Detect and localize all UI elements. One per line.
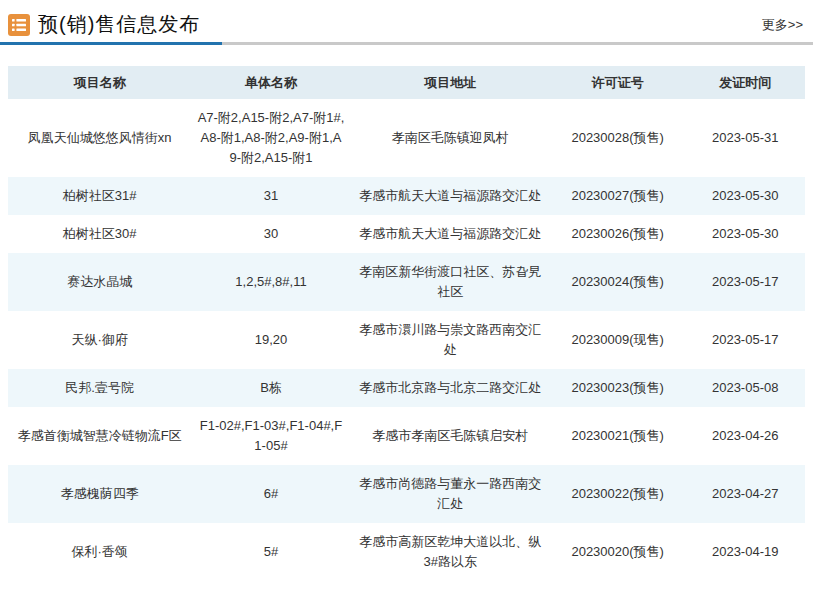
address-cell: 孝感市孝南区毛陈镇启安村 bbox=[351, 407, 550, 465]
table-row[interactable]: 柏树社区30#30孝感市航天大道与福源路交汇处20230026(预售)2023-… bbox=[8, 215, 805, 253]
address-cell: 孝南区新华街渡口社区、苏旮旯社区 bbox=[351, 253, 550, 311]
issue-date-cell: 2023-05-31 bbox=[685, 99, 805, 177]
address-cell: 孝感市北京路与北京二路交汇处 bbox=[351, 369, 550, 407]
unit-name-cell: 31 bbox=[191, 177, 350, 215]
address-cell: 孝感市澴川路与崇文路西南交汇处 bbox=[351, 311, 550, 369]
license-cell: 20230023(预售) bbox=[550, 369, 685, 407]
project-name-cell: 赛达水晶城 bbox=[8, 253, 191, 311]
project-name-cell: 孝感首衡城智慧冷链物流F区 bbox=[8, 407, 191, 465]
table-row[interactable]: 孝感槐荫四季6#孝感市尚德路与董永一路西南交汇处20230022(预售)2023… bbox=[8, 465, 805, 523]
address-cell: 孝感市尚德路与董永一路西南交汇处 bbox=[351, 465, 550, 523]
issue-date-cell: 2023-05-17 bbox=[685, 253, 805, 311]
project-name-cell: 柏树社区30# bbox=[8, 215, 191, 253]
table-row[interactable]: 凤凰天仙城悠悠风情街xnA7-附2,A15-附2,A7-附1#,A8-附1,A8… bbox=[8, 99, 805, 177]
project-name-cell: 民邦.壹号院 bbox=[8, 369, 191, 407]
issue-date-cell: 2023-04-26 bbox=[685, 407, 805, 465]
column-header-3: 许可证号 bbox=[550, 66, 685, 99]
table-header: 项目名称单体名称项目地址许可证号发证时间 bbox=[8, 66, 805, 99]
issue-date-cell: 2023-05-08 bbox=[685, 369, 805, 407]
title-divider-accent bbox=[0, 42, 222, 45]
address-cell: 孝感市航天大道与福源路交汇处 bbox=[351, 177, 550, 215]
issue-date-cell: 2023-05-17 bbox=[685, 311, 805, 369]
unit-name-cell: A7-附2,A15-附2,A7-附1#,A8-附1,A8-附2,A9-附1,A9… bbox=[191, 99, 350, 177]
license-cell: 20230021(预售) bbox=[550, 407, 685, 465]
unit-name-cell: 1,2,5#,8#,11 bbox=[191, 253, 350, 311]
module-header: 预(销)售信息发布 更多>> bbox=[0, 0, 813, 40]
column-header-0: 项目名称 bbox=[8, 66, 191, 99]
issue-date-cell: 2023-04-19 bbox=[685, 523, 805, 581]
table-row[interactable]: 柏树社区31#31孝感市航天大道与福源路交汇处20230027(预售)2023-… bbox=[8, 177, 805, 215]
issue-date-cell: 2023-04-27 bbox=[685, 465, 805, 523]
project-name-cell: 孝感槐荫四季 bbox=[8, 465, 191, 523]
column-header-2: 项目地址 bbox=[351, 66, 550, 99]
unit-name-cell: 19,20 bbox=[191, 311, 350, 369]
license-cell: 20230027(预售) bbox=[550, 177, 685, 215]
project-name-cell: 凤凰天仙城悠悠风情街xn bbox=[8, 99, 191, 177]
license-cell: 20230026(预售) bbox=[550, 215, 685, 253]
table-row[interactable]: 天纵·御府19,20孝感市澴川路与崇文路西南交汇处20230009(现售)202… bbox=[8, 311, 805, 369]
issue-date-cell: 2023-05-30 bbox=[685, 215, 805, 253]
table-row[interactable]: 民邦.壹号院B栋孝感市北京路与北京二路交汇处20230023(预售)2023-0… bbox=[8, 369, 805, 407]
unit-name-cell: 6# bbox=[191, 465, 350, 523]
table-row[interactable]: 孝感首衡城智慧冷链物流F区F1-02#,F1-03#,F1-04#,F1-05#… bbox=[8, 407, 805, 465]
table-row[interactable]: 赛达水晶城1,2,5#,8#,11孝南区新华街渡口社区、苏旮旯社区2023002… bbox=[8, 253, 805, 311]
project-name-cell: 保利·香颂 bbox=[8, 523, 191, 581]
license-cell: 20230028(预售) bbox=[550, 99, 685, 177]
title-divider bbox=[0, 42, 813, 45]
unit-name-cell: 5# bbox=[191, 523, 350, 581]
unit-name-cell: B栋 bbox=[191, 369, 350, 407]
project-name-cell: 天纵·御府 bbox=[8, 311, 191, 369]
more-link[interactable]: 更多>> bbox=[762, 16, 803, 34]
list-icon bbox=[8, 14, 30, 36]
module-title: 预(销)售信息发布 bbox=[38, 11, 762, 38]
address-cell: 孝南区毛陈镇迎凤村 bbox=[351, 99, 550, 177]
address-cell: 孝感市高新区乾坤大道以北、纵3#路以东 bbox=[351, 523, 550, 581]
unit-name-cell: F1-02#,F1-03#,F1-04#,F1-05# bbox=[191, 407, 350, 465]
column-header-1: 单体名称 bbox=[191, 66, 350, 99]
license-cell: 20230022(预售) bbox=[550, 465, 685, 523]
address-cell: 孝感市航天大道与福源路交汇处 bbox=[351, 215, 550, 253]
issue-date-cell: 2023-05-30 bbox=[685, 177, 805, 215]
unit-name-cell: 30 bbox=[191, 215, 350, 253]
presale-info-table: 项目名称单体名称项目地址许可证号发证时间 凤凰天仙城悠悠风情街xnA7-附2,A… bbox=[8, 66, 805, 581]
license-cell: 20230020(预售) bbox=[550, 523, 685, 581]
table-row[interactable]: 保利·香颂5#孝感市高新区乾坤大道以北、纵3#路以东20230020(预售)20… bbox=[8, 523, 805, 581]
license-cell: 20230024(预售) bbox=[550, 253, 685, 311]
license-cell: 20230009(现售) bbox=[550, 311, 685, 369]
column-header-4: 发证时间 bbox=[685, 66, 805, 99]
project-name-cell: 柏树社区31# bbox=[8, 177, 191, 215]
